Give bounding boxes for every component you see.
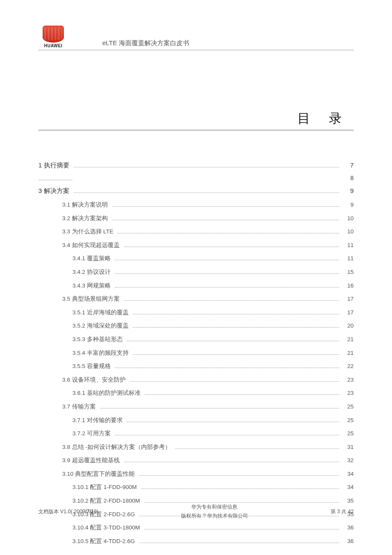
footer-copyright: 版权所有 ? 华为技术有限公司: [181, 512, 248, 521]
toc-entry: 3.10.1 配置 1-FDD-900M34: [72, 483, 354, 492]
huawei-logo-icon: [43, 26, 64, 43]
page-header: HUAWEI eLTE 海面覆盖解决方案白皮书: [38, 26, 354, 50]
footer-version-bold: /7/1: [85, 509, 94, 515]
toc-page: 36: [341, 537, 354, 546]
toc-leader-dots: [124, 461, 339, 462]
toc-leader-dots: [175, 448, 339, 449]
toc-entry: 3.7 传输方案25: [62, 402, 354, 411]
toc-entry: 3.6 设备环境、安全防护23: [62, 375, 354, 385]
toc-label: 3.9 超远覆盖性能基线: [62, 456, 122, 465]
toc-label: [38, 180, 72, 180]
toc-leader-dots: [115, 287, 339, 288]
toc-label: 3.4.1 覆盖策略: [72, 254, 113, 263]
footer-version: 文档版本 V1.0( 2009/7/19): [38, 508, 98, 515]
toc-leader-dots: [74, 167, 339, 167]
toc-entry: 1 执行摘要7: [38, 160, 354, 170]
toc-label: 3.7.2 可用方案: [72, 429, 113, 438]
toc-leader-dots: [100, 408, 339, 408]
toc-page: 17: [341, 308, 354, 317]
toc-page: 25: [341, 416, 354, 425]
toc-entry: 3.4.1 覆盖策略11: [72, 254, 354, 263]
page-footer: 文档版本 V1.0( 2009/7/19) 华为专有和保密信息 版权所有 ? 华…: [38, 503, 354, 521]
toc-leader-dots: [127, 421, 339, 422]
toc-page: 8: [341, 175, 354, 181]
toc-entry: 3.4 如何实现超远覆盖11: [62, 241, 354, 250]
toc-entry: 3.2 解决方案架构10: [62, 214, 354, 223]
toc-entry: 3.5.1 近岸海域的覆盖17: [72, 308, 354, 317]
toc-entry: 3.8 总结 -如何设计解决方案（内部参考）31: [62, 443, 354, 452]
toc-label: 3.5.4 丰富的频段支持: [72, 348, 131, 358]
toc-entry: 3.7.2 可用方案25: [72, 429, 354, 438]
toc-label: 3.5.5 容量规格: [72, 362, 113, 371]
toc-page: 9: [341, 200, 354, 210]
toc-entry: 3.9 超远覆盖性能基线32: [62, 456, 354, 465]
toc-page: 21: [341, 335, 354, 344]
toc-page: 36: [341, 523, 354, 532]
toc-entry: 3.10.4 配置 3-TDD-1800M36: [72, 523, 354, 532]
toc-leader-dots: [124, 300, 339, 301]
toc-label: 3.1 解决方案说明: [62, 200, 110, 210]
toc-leader-dots: [115, 434, 339, 435]
toc-entry: 3.7.1 对传输的要求25: [72, 416, 354, 425]
toc-page: 21: [341, 348, 354, 358]
toc-label: 3.10.4 配置 3-TDD-1800M: [72, 523, 143, 532]
toc-leader-dots: [139, 542, 339, 543]
toc-leader-dots: [133, 327, 339, 328]
toc-page: 7: [341, 160, 354, 170]
toc-label: 3.5.3 多种基站形态: [72, 335, 125, 344]
toc-label: 3.7.1 对传输的要求: [72, 416, 125, 425]
toc-leader-dots: [133, 313, 339, 314]
toc-leader-dots: [141, 488, 339, 489]
toc-page: 34: [341, 469, 354, 479]
toc-label: 3.4 如何实现超远覆盖: [62, 241, 122, 250]
toc-entry: 3.5 典型场景组网方案17: [62, 294, 354, 304]
toc-entry: 3.6.1 基站的防护测试标准23: [72, 388, 354, 398]
footer-version-suffix: 9): [94, 509, 98, 515]
document-page: HUAWEI eLTE 海面覆盖解决方案白皮书 目 录 1 执行摘要783 解决…: [0, 0, 392, 555]
toc-leader-dots: [145, 394, 339, 395]
table-of-contents: 1 执行摘要783 解决方案93.1 解决方案说明93.2 解决方案架构103.…: [38, 160, 354, 546]
toc-leader-dots: [118, 233, 339, 233]
toc-entry: 3.4.2 协议设计15: [72, 267, 354, 277]
toc-leader-dots: [127, 340, 339, 341]
toc-label: 3 解决方案: [38, 186, 72, 196]
footer-version-prefix: 文档版本 V1.0( 2009: [38, 509, 85, 515]
toc-page: 23: [341, 375, 354, 385]
toc-page: 31: [341, 443, 354, 452]
document-title: eLTE 海面覆盖解决方案白皮书: [102, 39, 189, 48]
toc-page: 22: [341, 362, 354, 371]
toc-page: 25: [341, 402, 354, 411]
toc-page: 32: [341, 456, 354, 465]
toc-page: 16: [341, 281, 354, 290]
toc-entry: 3.10.5 配置 4-TDD-2.6G36: [72, 537, 354, 546]
toc-label: 3.5.1 近岸海域的覆盖: [72, 308, 131, 317]
footer-confidential: 华为专有和保密信息: [181, 503, 248, 512]
toc-entry-compressed: 8: [38, 175, 354, 181]
toc-label: 3.7 传输方案: [62, 402, 98, 411]
toc-page: 11: [341, 241, 354, 250]
toc-entry: 3.5.3 多种基站形态21: [72, 335, 354, 344]
toc-label: 3.3 为什么选择 LTE: [62, 227, 116, 236]
toc-entry: 3.1 解决方案说明9: [62, 200, 354, 210]
toc-leader-dots: [112, 219, 339, 220]
toc-entry: 3.5.4 丰富的频段支持21: [72, 348, 354, 358]
toc-page: 25: [341, 429, 354, 438]
toc-leader-dots: [115, 273, 339, 274]
toc-entry: 3.10 典型配置下的覆盖性能34: [62, 469, 354, 479]
toc-label: 1 执行摘要: [38, 160, 72, 170]
toc-leader-dots: [144, 529, 339, 529]
toc-leader-dots: [112, 206, 339, 207]
logo-text: HUAWEI: [38, 43, 68, 48]
toc-label: 3.10.1 配置 1-FDD-900M: [72, 483, 139, 492]
toc-label: 3.10.5 配置 4-TDD-2.6G: [72, 537, 138, 546]
toc-page: 10: [341, 227, 354, 236]
toc-label: 3.5.2 海域深处的覆盖: [72, 321, 131, 331]
toc-page: 17: [341, 294, 354, 304]
toc-page: 15: [341, 267, 354, 277]
toc-label: 3.10 典型配置下的覆盖性能: [62, 469, 137, 479]
toc-leader-dots: [124, 246, 339, 247]
footer-center: 华为专有和保密信息 版权所有 ? 华为技术有限公司: [181, 503, 248, 521]
toc-page: 11: [341, 254, 354, 263]
toc-page: 34: [341, 483, 354, 492]
toc-leader-dots: [115, 259, 339, 260]
